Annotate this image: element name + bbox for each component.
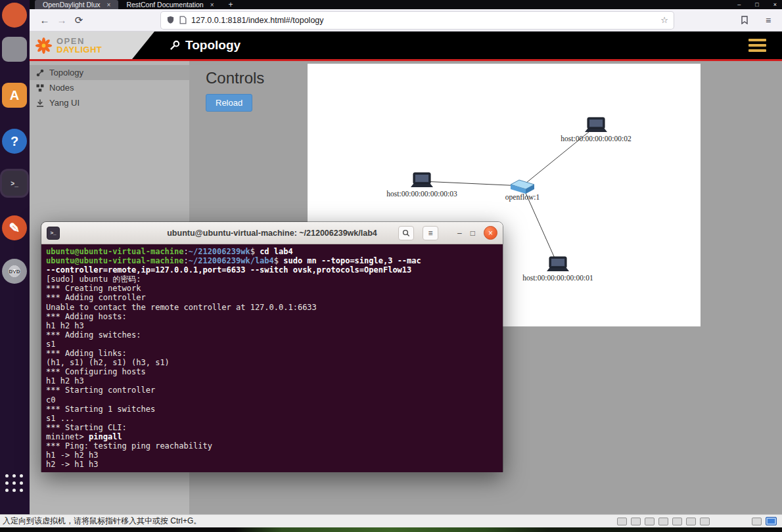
topology-node-host[interactable]: host:00:00:00:00:00:02 [561, 118, 632, 143]
terminal-line: h1 -> h2 h3 [46, 451, 498, 460]
app-menu-icon[interactable]: ≡ [760, 15, 777, 26]
screen: A?>_✎DVD OpenDaylight Dlux×RestConf Docu… [0, 0, 782, 532]
terminal-line: *** Adding links: [46, 349, 498, 358]
yang-icon [36, 99, 44, 107]
url-bar[interactable]: 127.0.0.1:8181/index.html#/topology ☆ [161, 12, 674, 29]
display-icon[interactable] [766, 517, 777, 525]
bookmarks-icon[interactable] [736, 16, 753, 24]
cdrom-icon[interactable] [631, 518, 641, 525]
statusbar-message: 入定向到该虚拟机，请将鼠标指针移入其中或按 Ctrl+G。 [3, 516, 201, 527]
close-icon[interactable]: × [773, 1, 777, 8]
sound-icon[interactable] [686, 518, 696, 525]
topology-node-label: host:00:00:00:00:00:02 [561, 135, 632, 143]
terminal-menu-icon[interactable]: ≡ [423, 226, 438, 240]
keyboard-icon[interactable] [752, 518, 762, 525]
odl-header: OPEN DAYLIGHT Topology [30, 32, 782, 59]
terminal-line: *** Starting CLI: [46, 423, 498, 432]
vm-tray [617, 518, 710, 525]
bookmark-star-icon[interactable]: ☆ [660, 15, 668, 25]
minimize-icon[interactable]: – [737, 1, 741, 8]
topology-node-host[interactable]: host:00:00:00:00:00:03 [386, 173, 457, 198]
terminal-app-icon: >_ [47, 227, 60, 240]
new-tab-button[interactable]: + [222, 0, 240, 9]
toolbar-right: ≡ [736, 15, 777, 26]
url-text[interactable]: 127.0.0.1:8181/index.html#/topology [191, 16, 656, 25]
tab-title: RestConf Documentation [126, 1, 203, 9]
terminal-maximize-icon[interactable]: □ [471, 229, 475, 238]
sidebar-item-yang-ui[interactable]: Yang UI [30, 95, 189, 110]
terminal-line: (h1, s1) (h2, s1) (h3, s1) [46, 358, 498, 367]
printer-icon[interactable] [672, 518, 682, 525]
nodes-icon [36, 84, 44, 92]
browser-tab[interactable]: OpenDaylight Dlux× [35, 0, 118, 9]
terminal-close-icon[interactable]: × [484, 226, 497, 240]
topology-node-switch[interactable]: openflow:1 [505, 180, 540, 202]
terminal-line: *** Configuring hosts [46, 367, 498, 376]
terminal-line: *** Starting 1 switches [46, 405, 498, 414]
terminal-titlebar[interactable]: >_ ubuntu@ubuntu-virtual-machine: ~/2120… [41, 222, 503, 244]
show-apps-icon[interactable] [5, 474, 24, 493]
terminal-line: *** Ping: testing ping reachability [46, 441, 498, 451]
tab-close-icon[interactable]: × [107, 1, 111, 9]
camera-icon[interactable] [700, 518, 710, 525]
topology-node-label: openflow:1 [505, 193, 540, 202]
terminal-line: s1 [46, 340, 498, 349]
browser-toolbar: ← → ⟳ 127.0.0.1:8181/index.html#/topolog… [30, 9, 782, 32]
dvd-icon[interactable]: DVD [2, 259, 27, 284]
page-title: Topology [169, 38, 241, 53]
terminal-line: --controller=remote,ip=127.0.0.1,port=66… [46, 265, 498, 275]
editor-icon[interactable]: ✎ [2, 215, 27, 240]
terminal-controls: ≡ – □ × [398, 226, 497, 240]
logo-daylight-text: DAYLIGHT [57, 45, 102, 54]
sidebar-item-label: Topology [49, 68, 83, 78]
controls-heading: Controls [206, 69, 264, 87]
dock: A?>_✎DVD [0, 0, 30, 514]
terminal-line: *** Starting controller [46, 386, 498, 395]
odl-menu-icon[interactable] [748, 39, 766, 52]
sidebar-item-label: Nodes [49, 83, 74, 93]
terminal-minimize-icon[interactable]: – [457, 229, 462, 238]
back-icon[interactable]: ← [36, 14, 53, 26]
terminal-line: c0 [46, 395, 498, 405]
terminal-line: h2 -> h1 h3 [46, 460, 498, 469]
terminal-icon[interactable]: >_ [2, 171, 27, 196]
sidebar-item-nodes[interactable]: Nodes [30, 80, 189, 95]
opendaylight-logo: OPEN DAYLIGHT [30, 32, 154, 59]
app-a-icon[interactable]: A [2, 83, 27, 108]
terminal-line: *** Adding switches: [46, 330, 498, 340]
terminal-line: ubuntu@ubuntu-virtual-machine:~/21200623… [46, 247, 498, 256]
forward-icon[interactable]: → [53, 14, 70, 26]
browser-tab[interactable]: RestConf Documentation× [118, 0, 221, 9]
tab-title: OpenDaylight Dlux [43, 1, 101, 9]
terminal-line: h1 h2 h3 [46, 321, 498, 330]
files-icon[interactable] [2, 37, 27, 62]
reload-button[interactable]: Reload [206, 94, 252, 112]
usb-icon[interactable] [658, 518, 668, 525]
sidebar-item-label: Yang UI [49, 98, 80, 108]
topology-link [422, 181, 522, 186]
tab-bar: OpenDaylight Dlux×RestConf Documentation… [30, 0, 782, 9]
terminal-line: *** Creating network [46, 284, 498, 293]
terminal-line: mininet> pingall [46, 432, 498, 441]
terminal-window: >_ ubuntu@ubuntu-virtual-machine: ~/2120… [41, 221, 503, 472]
topology-node-host[interactable]: host:00:00:00:00:00:01 [522, 257, 593, 282]
terminal-output[interactable]: ubuntu@ubuntu-virtual-machine:~/21200623… [41, 244, 503, 472]
terminal-line: h1 h2 h3 [46, 376, 498, 386]
terminal-line: *** Adding hosts: [46, 312, 498, 321]
hdd-icon[interactable] [617, 518, 627, 525]
reload-icon[interactable]: ⟳ [70, 14, 87, 26]
network-icon[interactable] [645, 518, 655, 525]
help-icon[interactable]: ? [2, 129, 27, 154]
link-icon [36, 69, 44, 77]
tab-close-icon[interactable]: × [210, 1, 214, 9]
page-info-icon[interactable] [179, 16, 187, 24]
shield-icon[interactable] [166, 16, 175, 24]
topology-node-label: host:00:00:00:00:00:01 [522, 274, 593, 282]
sidebar-item-topology[interactable]: Topology [30, 65, 189, 80]
browser-icon[interactable] [2, 3, 27, 28]
terminal-search-icon[interactable] [398, 226, 414, 240]
topology-link-icon [169, 40, 180, 51]
odl-flower-icon [35, 37, 53, 55]
maximize-icon[interactable]: □ [755, 1, 758, 8]
terminal-line: ubuntu@ubuntu-virtual-machine:~/21200623… [46, 256, 498, 265]
